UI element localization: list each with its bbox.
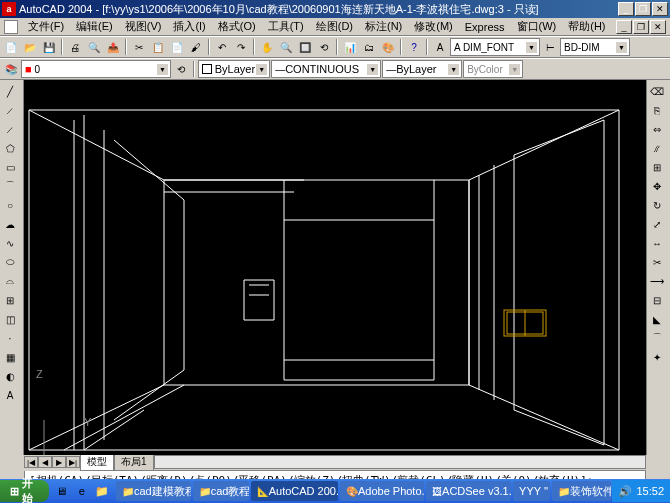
help-button[interactable]: ? [405, 38, 423, 56]
task-photoshop[interactable]: 🎨Adobe Photo... [340, 481, 424, 501]
pline-tool[interactable]: ⟋ [1, 120, 19, 138]
menu-dimension[interactable]: 标注(N) [359, 17, 408, 36]
menu-tools[interactable]: 工具(T) [262, 17, 310, 36]
lineweight-dropdown[interactable]: — ByLayer [382, 60, 462, 78]
maximize-button[interactable]: ❐ [635, 2, 651, 16]
layer-prev-button[interactable]: ⟲ [172, 60, 190, 78]
task-cad-tutorial[interactable]: 📁cad教程 [193, 481, 249, 501]
dimstyle-dropdown[interactable]: BD-DIM [560, 38, 630, 56]
chamfer-tool[interactable]: ◣ [648, 310, 666, 328]
menu-express[interactable]: Express [459, 19, 511, 35]
insert-tool[interactable]: ⊞ [1, 291, 19, 309]
mdi-close-button[interactable]: ✕ [650, 20, 666, 34]
block-tool[interactable]: ◫ [1, 310, 19, 328]
task-acdsee[interactable]: 🖼ACDSee v3.1... [426, 481, 511, 501]
properties-button[interactable]: 📊 [341, 38, 359, 56]
menu-draw[interactable]: 绘图(D) [310, 17, 359, 36]
explode-tool[interactable]: ✦ [648, 348, 666, 366]
xline-tool[interactable]: ⟋ [1, 101, 19, 119]
mdi-minimize-button[interactable]: _ [616, 20, 632, 34]
drawing-canvas[interactable]: Z Y [24, 80, 646, 455]
menu-edit[interactable]: 编辑(E) [70, 17, 119, 36]
rect-tool[interactable]: ▭ [1, 158, 19, 176]
mirror-tool[interactable]: ⇔ [648, 120, 666, 138]
system-tray[interactable]: 🔊 15:52 [612, 480, 670, 502]
move-tool[interactable]: ✥ [648, 177, 666, 195]
tab-model[interactable]: 模型 [80, 453, 114, 471]
rotate-tool[interactable]: ↻ [648, 196, 666, 214]
mdi-restore-button[interactable]: ❐ [633, 20, 649, 34]
polygon-tool[interactable]: ⬠ [1, 139, 19, 157]
mtext-tool[interactable]: A [1, 386, 19, 404]
undo-button[interactable]: ↶ [213, 38, 231, 56]
task-cad-model[interactable]: 📁cad建模教程 [116, 481, 191, 501]
stretch-tool[interactable]: ↔ [648, 234, 666, 252]
arc-tool[interactable]: ⌒ [1, 177, 19, 195]
tab-layout1[interactable]: 布局1 [114, 453, 154, 471]
menu-window[interactable]: 窗口(W) [511, 17, 563, 36]
hatch-tool[interactable]: ▦ [1, 348, 19, 366]
start-button[interactable]: ⊞开始 [0, 480, 49, 502]
layer-manager-button[interactable]: 📚 [2, 60, 20, 78]
menu-file[interactable]: 文件(F) [22, 17, 70, 36]
tab-first-button[interactable]: |◀ [24, 456, 38, 468]
publish-button[interactable]: 📤 [104, 38, 122, 56]
ellipsearc-tool[interactable]: ⌓ [1, 272, 19, 290]
open-button[interactable]: 📂 [21, 38, 39, 56]
array-tool[interactable]: ⊞ [648, 158, 666, 176]
layer-dropdown[interactable]: ■ 0 [21, 60, 171, 78]
scale-tool[interactable]: ⤢ [648, 215, 666, 233]
textstyle-dropdown[interactable]: A DIM_FONT [450, 38, 540, 56]
copy-tool[interactable]: ⎘ [648, 101, 666, 119]
ql-folder-icon[interactable]: 📁 [93, 482, 111, 500]
linetype-dropdown[interactable]: — CONTINUOUS [271, 60, 381, 78]
line-tool[interactable]: ╱ [1, 82, 19, 100]
zoom-rt-button[interactable]: 🔍 [277, 38, 295, 56]
ellipse-tool[interactable]: ⬭ [1, 253, 19, 271]
tray-icon[interactable]: 🔊 [618, 485, 632, 498]
print-button[interactable]: 🖨 [66, 38, 84, 56]
task-decor[interactable]: 📁装饰软件 [552, 481, 612, 501]
menu-modify[interactable]: 修改(M) [408, 17, 459, 36]
save-button[interactable]: 💾 [40, 38, 58, 56]
ql-desktop-icon[interactable]: 🖥 [53, 482, 71, 500]
ql-ie-icon[interactable]: e [73, 482, 91, 500]
toolpalette-button[interactable]: 🎨 [379, 38, 397, 56]
color-dropdown[interactable]: ByLayer [198, 60, 270, 78]
pan-button[interactable]: ✋ [258, 38, 276, 56]
erase-tool[interactable]: ⌫ [648, 82, 666, 100]
preview-button[interactable]: 🔍 [85, 38, 103, 56]
menu-insert[interactable]: 插入(I) [167, 17, 211, 36]
plotstyle-dropdown[interactable]: ByColor [463, 60, 523, 78]
trim-tool[interactable]: ✂ [648, 253, 666, 271]
menu-help[interactable]: 帮助(H) [562, 17, 611, 36]
task-yyy[interactable]: YYY '' [513, 481, 550, 501]
break-tool[interactable]: ⊟ [648, 291, 666, 309]
offset-tool[interactable]: ⫽ [648, 139, 666, 157]
match-button[interactable]: 🖌 [187, 38, 205, 56]
text-tool-button[interactable]: A [431, 38, 449, 56]
close-button[interactable]: ✕ [652, 2, 668, 16]
menu-view[interactable]: 视图(V) [119, 17, 168, 36]
revcloud-tool[interactable]: ☁ [1, 215, 19, 233]
zoom-win-button[interactable]: 🔲 [296, 38, 314, 56]
tab-prev-button[interactable]: ◀ [38, 456, 52, 468]
new-button[interactable]: 📄 [2, 38, 20, 56]
tab-next-button[interactable]: ▶ [52, 456, 66, 468]
mdi-icon[interactable] [4, 20, 18, 34]
designcenter-button[interactable]: 🗂 [360, 38, 378, 56]
paste-button[interactable]: 📄 [168, 38, 186, 56]
hscrollbar[interactable] [154, 455, 646, 469]
fillet-tool[interactable]: ⌒ [648, 329, 666, 347]
task-autocad[interactable]: 📐AutoCAD 200... [251, 481, 338, 501]
tab-last-button[interactable]: ▶| [66, 456, 80, 468]
region-tool[interactable]: ◐ [1, 367, 19, 385]
point-tool[interactable]: · [1, 329, 19, 347]
extend-tool[interactable]: ⟶ [648, 272, 666, 290]
copy-button[interactable]: 📋 [149, 38, 167, 56]
spline-tool[interactable]: ∿ [1, 234, 19, 252]
cut-button[interactable]: ✂ [130, 38, 148, 56]
menu-format[interactable]: 格式(O) [212, 17, 262, 36]
minimize-button[interactable]: _ [618, 2, 634, 16]
circle-tool[interactable]: ○ [1, 196, 19, 214]
